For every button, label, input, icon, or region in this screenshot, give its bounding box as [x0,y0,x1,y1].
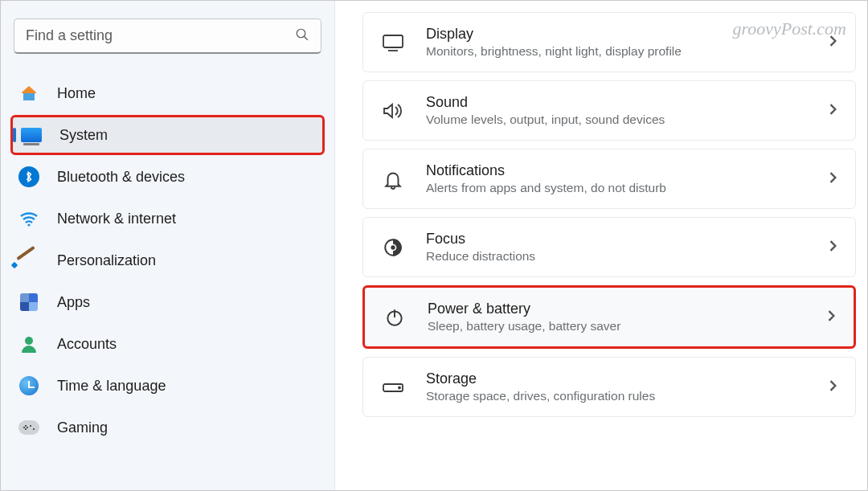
sidebar-item-network[interactable]: Network & internet [10,198,325,239]
chevron-right-icon [828,380,839,395]
apps-icon [18,292,39,313]
setting-subtitle: Sleep, battery usage, battery saver [428,319,805,333]
sidebar-item-accounts[interactable]: Accounts [10,324,325,364]
setting-subtitle: Volume levels, output, input, sound devi… [426,113,807,127]
search-icon [295,27,309,45]
chevron-right-icon [828,240,839,255]
setting-title: Sound [426,94,807,111]
sidebar-item-label: Network & internet [57,211,176,227]
sidebar-item-personalization[interactable]: Personalization [10,240,325,280]
globe-clock-icon [18,375,39,396]
sidebar-item-time[interactable]: Time & language [10,366,325,406]
svg-point-3 [25,337,33,345]
main-panel: groovyPost.com Display Monitors, brightn… [335,1,867,490]
setting-card-sound[interactable]: Sound Volume levels, output, input, soun… [362,80,856,141]
target-icon [381,235,405,260]
search-box[interactable] [14,18,321,54]
chevron-right-icon [826,310,837,325]
sidebar-item-gaming[interactable]: Gaming [10,407,325,448]
svg-point-12 [399,387,400,388]
setting-subtitle: Monitors, brightness, night light, displ… [426,44,807,59]
sidebar-item-label: Apps [57,294,90,311]
bell-icon [381,167,405,191]
drive-icon [381,375,405,399]
sidebar-item-home[interactable]: Home [10,73,325,113]
setting-title: Storage [426,370,807,387]
chevron-right-icon [828,104,839,118]
svg-point-8 [391,245,395,249]
sidebar-item-label: Accounts [57,336,117,353]
setting-subtitle: Storage space, drives, configuration rul… [426,389,807,403]
speaker-icon [381,99,405,123]
bluetooth-icon [18,166,39,187]
setting-subtitle: Reduce distractions [426,249,807,264]
svg-point-0 [297,29,305,38]
sidebar-item-label: Gaming [57,419,108,436]
sidebar-item-bluetooth[interactable]: Bluetooth & devices [10,157,325,197]
sidebar: Home System Bluetooth & devices Network … [1,1,335,490]
wifi-icon [18,208,39,229]
brush-icon [18,250,39,271]
home-icon [18,83,39,104]
setting-title: Power & battery [428,301,805,317]
sidebar-item-system[interactable]: System [10,115,325,155]
system-icon [21,125,42,145]
power-icon [383,305,407,329]
sidebar-item-label: Personalization [57,252,156,269]
setting-card-storage[interactable]: Storage Storage space, drives, configura… [362,357,856,417]
sidebar-item-label: Bluetooth & devices [57,169,185,186]
sidebar-item-label: Time & language [57,378,166,395]
setting-card-focus[interactable]: Focus Reduce distractions [362,217,856,277]
setting-title: Notifications [426,162,807,179]
sidebar-item-label: Home [57,85,96,102]
setting-title: Focus [426,231,807,248]
svg-line-1 [304,36,308,40]
person-icon [18,333,39,354]
setting-card-display[interactable]: Display Monitors, brightness, night ligh… [362,12,856,72]
svg-rect-4 [383,35,403,47]
gamepad-icon [18,417,39,438]
setting-subtitle: Alerts from apps and system, do not dist… [426,181,807,195]
monitor-icon [381,31,405,55]
setting-card-power[interactable]: Power & battery Sleep, battery usage, ba… [362,285,856,349]
svg-point-2 [27,223,30,226]
sidebar-item-apps[interactable]: Apps [10,282,325,322]
setting-title: Display [426,26,807,43]
chevron-right-icon [828,35,839,50]
chevron-right-icon [828,172,839,186]
search-input[interactable] [26,27,295,44]
setting-card-notifications[interactable]: Notifications Alerts from apps and syste… [362,149,856,209]
sidebar-item-label: System [59,127,108,144]
